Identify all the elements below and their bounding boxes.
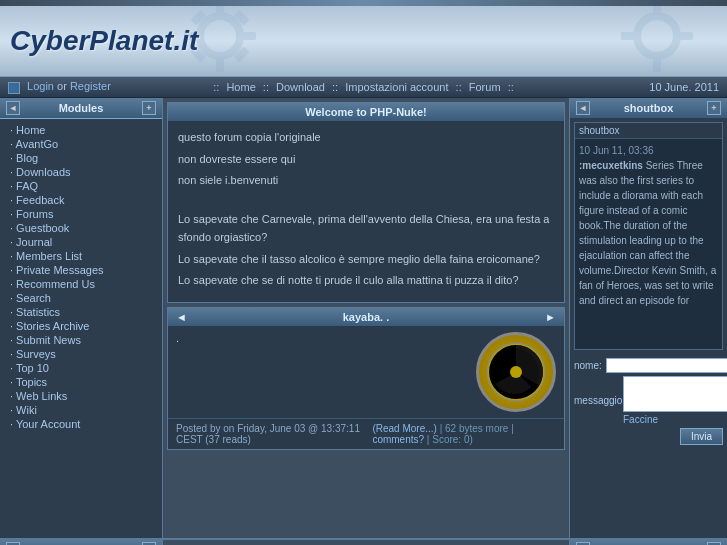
nome-input[interactable] xyxy=(606,358,727,373)
login-link[interactable]: Login xyxy=(27,80,54,92)
read-more-link[interactable]: (Read More...) xyxy=(372,423,436,434)
shoutbox-submit-row: Invia xyxy=(574,428,723,445)
news-footer: Posted by on Friday, June 03 @ 13:37:11 … xyxy=(168,418,564,449)
sidebar-item-forums[interactable]: · Forums xyxy=(0,207,162,221)
news-body: . xyxy=(176,332,468,344)
nav-sep4: :: xyxy=(456,81,462,93)
nav-sep3: :: xyxy=(332,81,338,93)
messaggio-label: messaggio: xyxy=(574,395,619,406)
svg-rect-8 xyxy=(653,6,661,14)
register-link[interactable]: Register xyxy=(70,80,111,92)
sidebar-item-top10[interactable]: · Top 10 xyxy=(0,361,162,375)
bottom-center xyxy=(163,539,569,545)
welcome-fact2: Lo sapevate che il tasso alcolico è semp… xyxy=(178,251,554,269)
nav-login-area: Login or Register xyxy=(8,80,128,93)
welcome-line3: non siele i.benvenuti xyxy=(178,172,554,190)
svg-rect-10 xyxy=(621,32,635,40)
sidebar-left: ◄ Modules + · Home · AvantGo · Blog · Do… xyxy=(0,98,163,538)
sidebar-item-surveys[interactable]: · Surveys xyxy=(0,347,162,361)
welcome-line1: questo forum copia l'originale xyxy=(178,129,554,147)
svg-rect-11 xyxy=(679,32,693,40)
shoutbox-nome-field: nome: xyxy=(574,358,723,373)
shoutbox-text[interactable]: 10 Jun 11, 03:36 :mecuxetkins Series Thr… xyxy=(575,139,722,349)
svg-rect-0 xyxy=(216,6,224,14)
svg-rect-9 xyxy=(653,58,661,72)
sidebar-item-home[interactable]: · Home xyxy=(0,123,162,137)
sidebar-item-your-account[interactable]: · Your Account xyxy=(0,417,162,431)
who-is-online-header: ◄ Who's Online + xyxy=(0,539,162,545)
nav-download[interactable]: Download xyxy=(276,81,325,93)
shoutbox-message: Series Three was also the first series t… xyxy=(579,160,716,306)
sidebar-item-private-messages[interactable]: · Private Messages xyxy=(0,263,162,277)
news-box: ◄ kayaba. . ► . xyxy=(167,307,565,450)
sidebar-item-stories-archive[interactable]: · Stories Archive xyxy=(0,319,162,333)
svg-point-15 xyxy=(510,366,522,378)
content-area: Welcome to PHP-Nuke! questo forum copia … xyxy=(163,98,569,538)
nav-date: 10 June. 2011 xyxy=(599,81,719,93)
news-title-bar: ◄ kayaba. . ► xyxy=(168,308,564,326)
sidebar-item-weblinks[interactable]: · Web Links xyxy=(0,389,162,403)
bottom-right: ◄ Survey + What do you think about this xyxy=(569,539,727,545)
nav-separator: :: xyxy=(213,81,219,93)
faccine-link[interactable]: Faccine xyxy=(623,414,658,425)
welcome-title: Welcome to PHP-Nuke! xyxy=(168,103,564,121)
sidebar-item-wiki[interactable]: · Wiki xyxy=(0,403,162,417)
messaggio-textarea[interactable] xyxy=(623,376,727,412)
site-logo: CyberPlanet.it xyxy=(10,25,198,57)
bottom-left: ◄ Who's Online + xyxy=(0,539,163,545)
main-layout: ◄ Modules + · Home · AvantGo · Blog · Do… xyxy=(0,98,727,538)
sidebar-item-guestbook[interactable]: · Guestbook xyxy=(0,221,162,235)
shoutbox-icon-right: + xyxy=(707,101,721,115)
nav-bar: Login or Register :: Home :: Download ::… xyxy=(0,76,727,98)
shoutbox-container: ◄ shoutbox + shoutbox 10 Jun 11, 03:36 :… xyxy=(570,98,727,538)
welcome-content: questo forum copia l'originale non dovre… xyxy=(168,121,564,302)
svg-rect-3 xyxy=(242,32,256,40)
sidebar-item-statistics[interactable]: · Statistics xyxy=(0,305,162,319)
sidebar-item-downloads[interactable]: · Downloads xyxy=(0,165,162,179)
shoutbox-timestamp: 10 Jun 11, 03:36 xyxy=(579,145,654,156)
header: CyberPlanet.it xyxy=(0,6,727,76)
welcome-fact3: Lo sapevate che se di notte ti prude il … xyxy=(178,272,554,290)
news-left-arrow[interactable]: ◄ xyxy=(176,311,187,323)
sidebar-header-icon: ◄ xyxy=(6,101,20,115)
sidebar-right: ◄ shoutbox + shoutbox 10 Jun 11, 03:36 :… xyxy=(569,98,727,538)
survey-header: ◄ Survey + xyxy=(570,539,727,545)
bottom-row: ◄ Who's Online + ◄ Survey + What do you … xyxy=(0,538,727,545)
sidebar-item-avantgo[interactable]: · AvantGo xyxy=(0,137,162,151)
welcome-line2: non dovreste essere qui xyxy=(178,151,554,169)
sidebar-item-journal[interactable]: · Journal xyxy=(0,235,162,249)
nav-sep2: :: xyxy=(263,81,269,93)
shoutbox-inner-header: shoutbox xyxy=(575,123,722,139)
welcome-fact1: Lo sapevate che Carnevale, prima dell'av… xyxy=(178,211,554,246)
sidebar-item-members-list[interactable]: · Members List xyxy=(0,249,162,263)
news-text: . xyxy=(176,332,468,412)
sidebar-nav: · Home · AvantGo · Blog · Downloads · FA… xyxy=(0,119,162,435)
news-right-arrow[interactable]: ► xyxy=(545,311,556,323)
nuclear-icon xyxy=(486,342,546,402)
shoutbox-outer-title: shoutbox xyxy=(624,102,674,114)
sidebar-item-blog[interactable]: · Blog xyxy=(0,151,162,165)
sidebar-header: ◄ Modules + xyxy=(0,98,162,119)
shoutbox-submit-button[interactable]: Invia xyxy=(680,428,723,445)
comments-link[interactable]: comments? xyxy=(372,434,424,445)
nav-forum[interactable]: Forum xyxy=(469,81,501,93)
shoutbox-username: :mecuxetkins xyxy=(579,160,643,171)
news-image xyxy=(476,332,556,412)
sidebar-item-submit-news[interactable]: · Submit News xyxy=(0,333,162,347)
nome-label: nome: xyxy=(574,360,602,371)
sidebar-item-topics[interactable]: · Topics xyxy=(0,375,162,389)
shoutbox-icon-left: ◄ xyxy=(576,101,590,115)
welcome-box: Welcome to PHP-Nuke! questo forum copia … xyxy=(167,102,565,303)
shoutbox-inner: shoutbox 10 Jun 11, 03:36 :mecuxetkins S… xyxy=(574,122,723,350)
nav-links: :: Home :: Download :: Impostazioni acco… xyxy=(128,81,599,93)
sidebar-title: Modules xyxy=(59,102,104,114)
sidebar-header-icon-right: + xyxy=(142,101,156,115)
nav-home[interactable]: Home xyxy=(226,81,255,93)
sidebar-item-faq[interactable]: · FAQ xyxy=(0,179,162,193)
news-footer-left: Posted by on Friday, June 03 @ 13:37:11 … xyxy=(176,423,372,445)
sidebar-item-recommend-us[interactable]: · Recommend Us xyxy=(0,277,162,291)
sidebar-item-feedback[interactable]: · Feedback xyxy=(0,193,162,207)
nav-or: or xyxy=(57,80,67,92)
nav-account[interactable]: Impostazioni account xyxy=(345,81,448,93)
sidebar-item-search[interactable]: · Search xyxy=(0,291,162,305)
